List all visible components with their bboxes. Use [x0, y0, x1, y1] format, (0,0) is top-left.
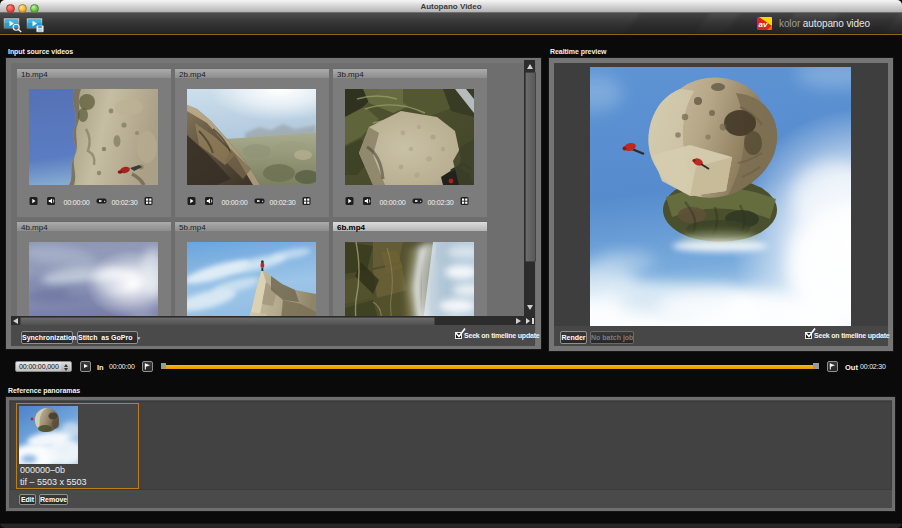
svg-text:00:02:30: 00:02:30	[270, 198, 296, 207]
svg-text:00:00:00: 00:00:00	[380, 198, 406, 207]
svg-text:00:00:00: 00:00:00	[64, 198, 90, 207]
svg-text:00:00:00: 00:00:00	[222, 198, 248, 207]
svg-text:00:02:30: 00:02:30	[428, 198, 454, 207]
svg-text:00:02:30: 00:02:30	[112, 198, 138, 207]
